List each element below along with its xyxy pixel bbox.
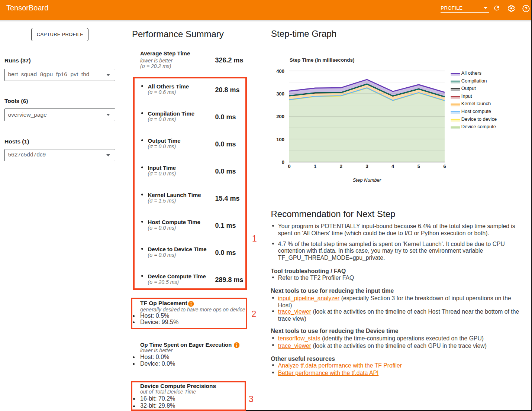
svg-text:All others: All others (461, 70, 482, 76)
svg-text:6: 6 (443, 164, 446, 169)
svg-text:0: 0 (288, 164, 290, 169)
svg-text:Kernel launch: Kernel launch (461, 101, 491, 106)
svg-text:Step Number: Step Number (353, 177, 381, 183)
svg-text:5: 5 (417, 164, 420, 169)
svg-text:0: 0 (282, 159, 284, 165)
svg-text:Device to device: Device to device (461, 116, 497, 122)
svg-text:100: 100 (276, 137, 284, 142)
svg-text:Input: Input (461, 93, 472, 99)
svg-text:Step Time (in milliseconds): Step Time (in milliseconds) (290, 57, 355, 63)
svg-text:4: 4 (391, 164, 394, 169)
svg-text:300: 300 (276, 91, 284, 97)
svg-text:?: ? (524, 6, 527, 12)
svg-text:200: 200 (276, 114, 284, 119)
svg-text:3: 3 (365, 164, 368, 169)
svg-text:400: 400 (276, 68, 284, 74)
svg-text:Device compute: Device compute (461, 124, 496, 129)
svg-text:Output: Output (461, 85, 476, 91)
svg-text:Compilation: Compilation (461, 78, 487, 84)
svg-text:Host compute: Host compute (461, 109, 491, 114)
svg-text:1: 1 (314, 164, 316, 169)
svg-text:2: 2 (340, 164, 342, 169)
